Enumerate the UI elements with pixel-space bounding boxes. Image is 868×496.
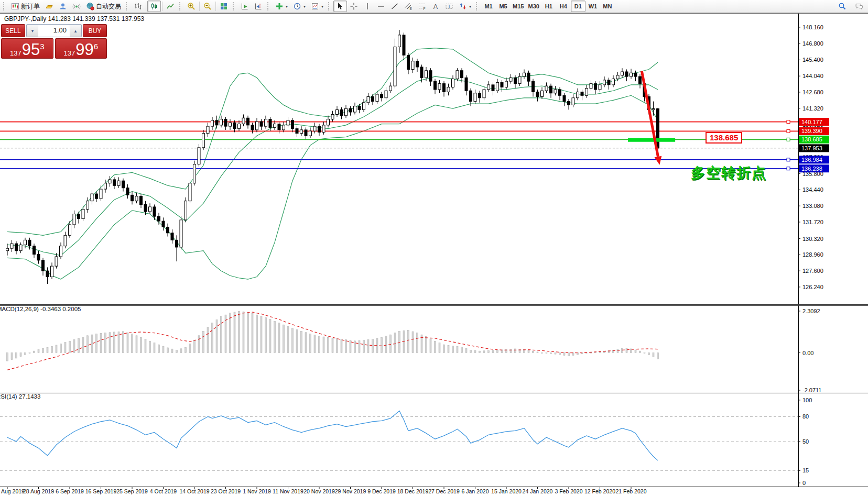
tiles-icon <box>220 2 228 10</box>
candle-body <box>616 75 619 79</box>
candle-body <box>563 95 566 101</box>
candle-body <box>479 93 481 98</box>
line-handle[interactable] <box>787 158 790 161</box>
chinese-annotation-text[interactable]: 多空转折点 <box>691 163 767 182</box>
buy-price[interactable]: 137996 <box>55 38 107 59</box>
candle-body <box>612 79 615 85</box>
new-order-button[interactable]: 新订单 <box>8 1 42 12</box>
macd-histogram-bar <box>568 353 570 356</box>
timeframe-m15-button[interactable]: M15 <box>511 1 526 12</box>
price-callout-label[interactable]: 138.685 <box>706 132 742 144</box>
line-handle[interactable] <box>787 120 790 124</box>
sell-button[interactable]: SELL <box>1 24 25 37</box>
volume-increase-button[interactable]: ▴ <box>70 25 81 37</box>
timeframe-mn-button[interactable]: MN <box>600 1 615 12</box>
candle-body <box>625 72 628 76</box>
candle-body <box>283 125 285 130</box>
candle-body <box>167 227 169 233</box>
timeframe-h4-button[interactable]: H4 <box>556 1 571 12</box>
tile-windows-button[interactable] <box>217 1 231 12</box>
candle-body <box>487 85 490 90</box>
candle-body <box>140 196 143 205</box>
shapes-icon <box>459 2 467 10</box>
toolbar-groups: 新订单自动交易▾▾▾EFAT▾M1M5M15M30H1H4D1W1MN <box>1 0 836 13</box>
volume-stepper[interactable]: ▾ 1.00 ▴ <box>26 24 82 37</box>
price-axis-label: 148.160 <box>802 24 823 30</box>
text-label-button[interactable]: T <box>442 1 456 12</box>
chat-button[interactable] <box>852 1 866 12</box>
chart-shift-button[interactable] <box>252 1 265 12</box>
macd-histogram-bar <box>274 321 276 352</box>
arrows-button[interactable]: ▾ <box>456 1 474 12</box>
volume-value[interactable]: 1.00 <box>38 25 70 37</box>
buy-button[interactable]: BUY <box>83 24 107 37</box>
equidistant-channel-button[interactable]: E <box>402 1 415 12</box>
candle-body <box>69 225 71 235</box>
macd-axis-label: 0.00 <box>802 350 813 356</box>
toolbar-grip <box>328 2 332 10</box>
zoom-out-button[interactable] <box>201 1 214 12</box>
auto-scroll-button[interactable] <box>238 1 252 12</box>
macd-histogram-bar <box>381 337 383 352</box>
time-axis-label: 12 Feb 2020 <box>584 488 615 494</box>
macd-histogram-bar <box>546 353 547 354</box>
periods-button[interactable]: ▾ <box>290 1 308 12</box>
candle-body <box>24 240 27 245</box>
signals-button[interactable] <box>70 1 83 12</box>
line-chart-button[interactable] <box>164 1 177 12</box>
autotrading-button[interactable]: 自动交易 <box>83 1 124 12</box>
line-handle[interactable] <box>787 167 790 170</box>
macd-histogram-bar <box>430 339 431 353</box>
text-button[interactable]: A <box>429 1 442 12</box>
candle-body <box>100 189 102 199</box>
macd-histogram-bar <box>82 337 84 352</box>
macd-histogram-bar <box>194 340 196 352</box>
price-marker-label: 140.177 <box>801 119 822 125</box>
line-handle[interactable] <box>787 138 790 141</box>
macd-histogram-bar <box>38 350 39 353</box>
horizontal-line-button[interactable] <box>374 1 388 12</box>
macd-histogram-bar <box>354 341 356 353</box>
candlestick-chart-button[interactable] <box>147 1 161 12</box>
macd-histogram-bar <box>230 313 231 353</box>
macd-histogram-bar <box>639 351 641 352</box>
fibonacci-button[interactable]: F <box>415 1 429 12</box>
macd-histogram-bar <box>479 351 481 352</box>
timeframe-w1-button[interactable]: W1 <box>585 1 600 12</box>
macd-histogram-bar <box>171 349 173 352</box>
timeframe-m5-button[interactable]: M5 <box>496 1 511 12</box>
publish-button[interactable] <box>42 1 56 12</box>
candle-body <box>496 82 499 91</box>
chart-canvas[interactable]: 148.160146.800145.400144.040142.680141.3… <box>0 0 868 496</box>
vertical-line-button[interactable] <box>361 1 374 12</box>
volume-decrease-button[interactable]: ▾ <box>27 25 38 37</box>
macd-histogram-bar <box>247 312 249 353</box>
candle-body <box>621 72 624 75</box>
sell-price[interactable]: 137953 <box>1 38 53 59</box>
macd-histogram-bar <box>296 330 298 353</box>
candle-body <box>443 84 446 92</box>
bar-chart-button[interactable] <box>131 1 145 12</box>
timeframe-m30-button[interactable]: M30 <box>526 1 541 12</box>
candle-body <box>296 129 298 134</box>
macd-histogram-bar <box>488 350 490 352</box>
timeframe-m1-button[interactable]: M1 <box>481 1 496 12</box>
cursor-button[interactable] <box>333 1 347 12</box>
timeframe-d1-button[interactable]: D1 <box>571 1 585 12</box>
zoom-in-button[interactable] <box>185 1 198 12</box>
candle-body <box>291 120 294 129</box>
timeframe-h1-button[interactable]: H1 <box>541 1 556 12</box>
macd-histogram-bar <box>657 353 659 359</box>
svg-text:E: E <box>410 7 413 10</box>
candle-body <box>381 94 383 98</box>
trendline-button[interactable] <box>388 1 402 12</box>
macd-histogram-bar <box>16 353 17 358</box>
indicators-button[interactable]: ▾ <box>273 1 290 12</box>
price-axis-label: 144.040 <box>802 73 823 79</box>
search-button[interactable] <box>836 1 849 12</box>
line-handle[interactable] <box>787 129 790 133</box>
candle-body <box>233 123 236 128</box>
community-button[interactable] <box>56 1 70 12</box>
crosshair-button[interactable] <box>347 1 361 12</box>
templates-button[interactable]: ▾ <box>308 1 326 12</box>
